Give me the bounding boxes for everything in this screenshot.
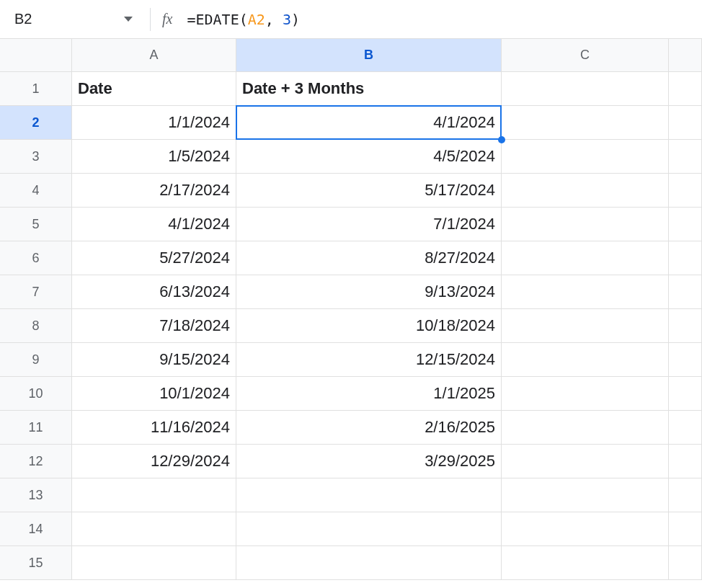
row-header-13[interactable]: 13	[0, 478, 72, 512]
row-header-15[interactable]: 15	[0, 546, 72, 580]
table-row: 1/1/2024 4/1/2024	[72, 106, 702, 140]
cell-d13[interactable]	[669, 478, 702, 512]
cell-a5[interactable]: 4/1/2024	[72, 208, 236, 241]
cell-c3[interactable]	[502, 140, 669, 174]
cell-c11[interactable]	[502, 411, 669, 445]
cell-b9[interactable]: 12/15/2024	[236, 343, 502, 377]
cell-c7[interactable]	[502, 275, 669, 309]
table-row: 1/5/2024 4/5/2024	[72, 140, 702, 174]
cells-area: Date Date + 3 Months 1/1/2024 4/1/2024 1…	[72, 72, 702, 580]
cell-d6[interactable]	[669, 241, 702, 275]
row-header-4[interactable]: 4	[0, 174, 72, 208]
formula-input[interactable]: =EDATE(A2, 3)	[187, 11, 300, 28]
row-header-14[interactable]: 14	[0, 512, 72, 546]
cell-a3[interactable]: 1/5/2024	[72, 140, 236, 174]
table-row: 7/18/2024 10/18/2024	[72, 309, 702, 343]
cell-b14[interactable]	[236, 512, 502, 546]
row-header-11[interactable]: 11	[0, 411, 72, 445]
row-header-10[interactable]: 10	[0, 377, 72, 411]
row-header-3[interactable]: 3	[0, 140, 72, 174]
row-header-12[interactable]: 12	[0, 445, 72, 478]
cell-d4[interactable]	[669, 174, 702, 208]
fill-handle[interactable]	[498, 136, 505, 143]
cell-a1[interactable]: Date	[72, 72, 236, 106]
cell-c6[interactable]	[502, 241, 669, 275]
cell-c12[interactable]	[502, 445, 669, 478]
cell-c10[interactable]	[502, 377, 669, 411]
table-row: Date Date + 3 Months	[72, 72, 702, 106]
cell-a4[interactable]: 2/17/2024	[72, 174, 236, 208]
row-header-1[interactable]: 1	[0, 72, 72, 106]
cell-c15[interactable]	[502, 546, 669, 580]
cell-d10[interactable]	[669, 377, 702, 411]
cell-b5[interactable]: 7/1/2024	[236, 208, 502, 241]
cell-d8[interactable]	[669, 309, 702, 343]
name-box-text: B2	[14, 11, 118, 27]
row-header-5[interactable]: 5	[0, 208, 72, 241]
cell-b10[interactable]: 1/1/2025	[236, 377, 502, 411]
cell-a8[interactable]: 7/18/2024	[72, 309, 236, 343]
cell-c5[interactable]	[502, 208, 669, 241]
name-box[interactable]: B2	[9, 11, 138, 27]
cell-c4[interactable]	[502, 174, 669, 208]
chevron-down-icon[interactable]	[124, 17, 133, 22]
cell-d14[interactable]	[669, 512, 702, 546]
cell-c13[interactable]	[502, 478, 669, 512]
cell-b12[interactable]: 3/29/2025	[236, 445, 502, 478]
cell-a6[interactable]: 5/27/2024	[72, 241, 236, 275]
cell-b2[interactable]: 4/1/2024	[236, 106, 502, 140]
cell-c14[interactable]	[502, 512, 669, 546]
cell-b15[interactable]	[236, 546, 502, 580]
select-all-corner[interactable]	[0, 39, 72, 72]
table-row: 10/1/2024 1/1/2025	[72, 377, 702, 411]
cell-a13[interactable]	[72, 478, 236, 512]
row-header-8[interactable]: 8	[0, 309, 72, 343]
cell-a2[interactable]: 1/1/2024	[72, 106, 236, 140]
cell-b11[interactable]: 2/16/2025	[236, 411, 502, 445]
row-header-2[interactable]: 2	[0, 106, 72, 140]
cell-a14[interactable]	[72, 512, 236, 546]
cell-a7[interactable]: 6/13/2024	[72, 275, 236, 309]
table-row: 9/15/2024 12/15/2024	[72, 343, 702, 377]
cell-d9[interactable]	[669, 343, 702, 377]
cell-a9[interactable]: 9/15/2024	[72, 343, 236, 377]
cell-d2[interactable]	[669, 106, 702, 140]
cell-c9[interactable]	[502, 343, 669, 377]
cell-b1[interactable]: Date + 3 Months	[236, 72, 502, 106]
column-headers: A B C	[72, 39, 702, 72]
cell-b13[interactable]	[236, 478, 502, 512]
cell-b4[interactable]: 5/17/2024	[236, 174, 502, 208]
column-header-a[interactable]: A	[72, 39, 236, 72]
cell-d15[interactable]	[669, 546, 702, 580]
cell-d12[interactable]	[669, 445, 702, 478]
table-row	[72, 512, 702, 546]
table-row: 2/17/2024 5/17/2024	[72, 174, 702, 208]
row-header-7[interactable]: 7	[0, 275, 72, 309]
cell-a12[interactable]: 12/29/2024	[72, 445, 236, 478]
row-headers: 1 2 3 4 5 6 7 8 9 10 11 12 13 14 15	[0, 72, 72, 580]
cell-c8[interactable]	[502, 309, 669, 343]
column-header-d[interactable]	[669, 39, 702, 72]
cell-c1[interactable]	[502, 72, 669, 106]
cell-a10[interactable]: 10/1/2024	[72, 377, 236, 411]
table-row	[72, 478, 702, 512]
cell-a15[interactable]	[72, 546, 236, 580]
formula-bar: B2 fx =EDATE(A2, 3)	[0, 0, 702, 39]
cell-d5[interactable]	[669, 208, 702, 241]
table-row: 6/13/2024 9/13/2024	[72, 275, 702, 309]
column-header-b[interactable]: B	[236, 39, 502, 72]
column-header-c[interactable]: C	[502, 39, 669, 72]
cell-a11[interactable]: 11/16/2024	[72, 411, 236, 445]
row-header-9[interactable]: 9	[0, 343, 72, 377]
table-row: 12/29/2024 3/29/2025	[72, 445, 702, 478]
cell-b8[interactable]: 10/18/2024	[236, 309, 502, 343]
row-header-6[interactable]: 6	[0, 241, 72, 275]
cell-b3[interactable]: 4/5/2024	[236, 140, 502, 174]
cell-d11[interactable]	[669, 411, 702, 445]
cell-d7[interactable]	[669, 275, 702, 309]
cell-b6[interactable]: 8/27/2024	[236, 241, 502, 275]
cell-d1[interactable]	[669, 72, 702, 106]
cell-c2[interactable]	[502, 106, 669, 140]
cell-d3[interactable]	[669, 140, 702, 174]
cell-b7[interactable]: 9/13/2024	[236, 275, 502, 309]
